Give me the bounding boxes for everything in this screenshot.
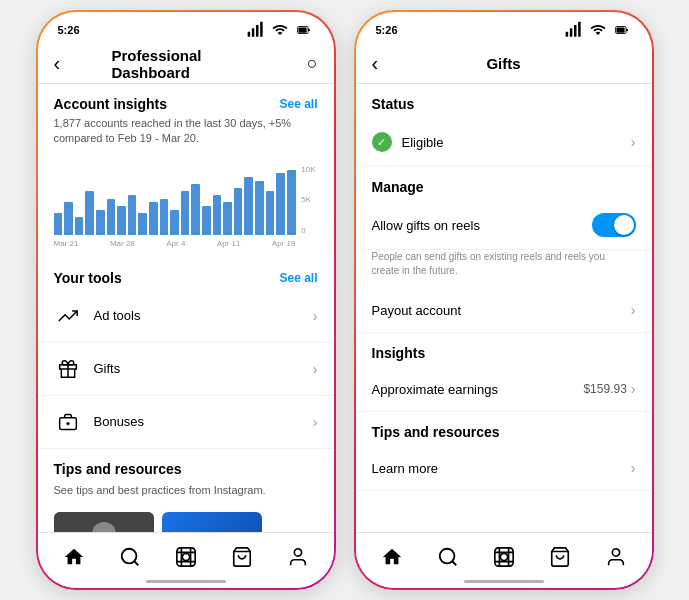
svg-rect-28 — [578, 22, 581, 37]
svg-point-15 — [121, 548, 136, 563]
chart-bar — [181, 191, 190, 234]
right-status-icons — [564, 20, 632, 40]
payout-right: › — [631, 302, 636, 318]
approx-earnings-label: Approximate earnings — [372, 382, 584, 397]
bonuses-label: Bonuses — [94, 414, 313, 429]
right-nav-reels[interactable] — [493, 546, 515, 568]
search-icon — [119, 546, 141, 568]
left-nav-reels[interactable] — [175, 546, 197, 568]
insights-chart: 10K 5K 0 Mar 21 Mar 28 Apr 4 Apr 11 Apr … — [54, 161, 318, 248]
right-reels-icon — [493, 546, 515, 568]
tips-resources-label: Tips and resources — [356, 412, 652, 446]
x-mar21: Mar 21 — [54, 239, 79, 248]
chart-bars — [54, 165, 318, 235]
chart-bar — [128, 195, 137, 235]
see-all-tools-link[interactable]: See all — [279, 271, 317, 285]
chart-bar — [202, 206, 211, 235]
y-label-5k: 5K — [301, 195, 315, 204]
left-nav-search[interactable] — [119, 546, 141, 568]
learn-more-chevron: › — [631, 460, 636, 476]
chart-bar — [96, 210, 105, 235]
chart-bar — [255, 181, 264, 235]
svg-rect-25 — [565, 32, 568, 37]
wifi-icon — [270, 20, 290, 40]
approx-earnings-value: $159.93 — [583, 382, 626, 396]
chart-bar — [64, 202, 73, 235]
left-back-button[interactable]: ‹ — [54, 52, 61, 75]
svg-point-35 — [500, 553, 507, 560]
svg-rect-30 — [626, 29, 628, 31]
tips-description: See tips and best practices from Instagr… — [38, 483, 334, 506]
right-page-title: Gifts — [486, 55, 520, 72]
eligible-chevron: › — [631, 134, 636, 150]
shop-icon — [231, 546, 253, 568]
see-all-insights-link[interactable]: See all — [279, 97, 317, 111]
chart-bar — [170, 210, 179, 235]
ad-tools-item[interactable]: Ad tools › — [38, 290, 334, 343]
ad-tools-icon — [54, 302, 82, 330]
left-time: 5:26 — [58, 24, 80, 36]
chart-bar — [138, 213, 147, 235]
right-signal-icon — [564, 20, 584, 40]
left-navbar: ‹ Professional Dashboard ○ — [38, 44, 334, 84]
y-label-10k: 10K — [301, 165, 315, 174]
toggle-knob — [614, 215, 634, 235]
allow-gifts-toggle[interactable] — [592, 213, 636, 237]
right-battery-icon — [612, 23, 632, 37]
learn-more-label: Learn more — [372, 461, 631, 476]
approx-earnings-right: $159.93 › — [583, 381, 635, 397]
gifts-item[interactable]: Gifts › — [38, 343, 334, 396]
eligible-check-icon: ✓ — [372, 132, 392, 152]
svg-rect-27 — [574, 25, 577, 37]
earnings-chevron: › — [631, 381, 636, 397]
chart-bar — [149, 202, 158, 235]
bonuses-icon — [54, 408, 82, 436]
allow-gifts-description: People can send gifts on existing reels … — [356, 250, 652, 288]
learn-more-row[interactable]: Learn more › — [356, 446, 652, 491]
chart-bar — [244, 177, 253, 235]
right-search-icon — [437, 546, 459, 568]
payout-row[interactable]: Payout account › — [356, 288, 652, 333]
right-time: 5:26 — [376, 24, 398, 36]
left-nav-shop[interactable] — [231, 546, 253, 568]
settings-icon[interactable]: ○ — [307, 53, 318, 74]
svg-rect-3 — [260, 22, 263, 37]
x-apr4: Apr 4 — [166, 239, 185, 248]
left-status-icons — [246, 20, 314, 40]
bonuses-item[interactable]: Bonuses › — [38, 396, 334, 449]
tools-row: Your tools See all — [38, 258, 334, 290]
svg-rect-6 — [298, 27, 306, 32]
allow-gifts-row: Allow gifts on reels — [356, 201, 652, 250]
x-mar28: Mar 28 — [110, 239, 135, 248]
right-nav-profile[interactable] — [605, 546, 627, 568]
approx-earnings-row[interactable]: Approximate earnings $159.93 › — [356, 367, 652, 412]
right-phone: 5:26 ‹ Gifts Status ✓ Eligible › Manage … — [354, 10, 654, 590]
svg-point-24 — [294, 548, 301, 555]
status-section-label: Status — [356, 84, 652, 118]
gifts-label: Gifts — [94, 361, 313, 376]
chart-bar — [191, 184, 200, 235]
bonus-icon — [58, 412, 78, 432]
svg-point-32 — [439, 548, 454, 563]
left-nav-home[interactable] — [63, 546, 85, 568]
right-nav-search[interactable] — [437, 546, 459, 568]
payout-chevron: › — [631, 302, 636, 318]
right-nav-home[interactable] — [381, 546, 403, 568]
right-nav-shop[interactable] — [549, 546, 571, 568]
eligible-label: Eligible — [402, 135, 631, 150]
insights-description: 1,877 accounts reached in the last 30 da… — [38, 116, 334, 155]
svg-rect-26 — [569, 28, 572, 36]
chart-bar — [85, 191, 94, 234]
left-nav-profile[interactable] — [287, 546, 309, 568]
right-home-indicator — [464, 580, 544, 583]
eligible-row[interactable]: ✓ Eligible › — [356, 118, 652, 167]
svg-rect-17 — [176, 547, 194, 565]
right-back-button[interactable]: ‹ — [372, 52, 379, 75]
chart-bar — [276, 173, 285, 234]
battery-icon — [294, 23, 314, 37]
right-navbar: ‹ Gifts — [356, 44, 652, 84]
right-scroll: Status ✓ Eligible › Manage Allow gifts o… — [356, 84, 652, 560]
svg-rect-34 — [494, 547, 512, 565]
svg-rect-0 — [247, 32, 250, 37]
left-scroll: Account insights See all 1,877 accounts … — [38, 84, 334, 560]
